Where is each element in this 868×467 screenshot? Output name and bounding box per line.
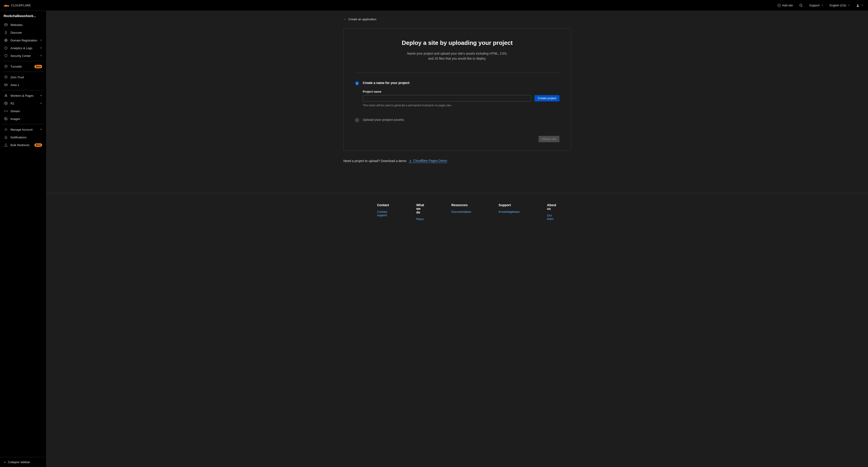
language-label: English (US) — [830, 4, 846, 7]
chevron-down-icon: ▼ — [40, 47, 42, 49]
account-name[interactable]: Rockchalkwushock... — [0, 11, 46, 21]
logo[interactable]: CLOUDFLARE — [3, 3, 31, 8]
footer-title: Resources — [451, 203, 471, 207]
footer-link-contact-support[interactable]: Contact support — [377, 210, 387, 217]
sidebar-item-discover[interactable]: Discover — [2, 29, 44, 36]
sidebar: Rockchalkwushock... Websites Discover Do… — [0, 11, 46, 467]
card-subtitle: Name your project and upload your site's… — [405, 51, 509, 61]
sidebar-item-security-center[interactable]: Security Center ▼ — [2, 52, 44, 60]
svg-point-2 — [857, 4, 859, 5]
search-button[interactable] — [797, 2, 805, 9]
sidebar-item-domain-registration[interactable]: Domain Registration ▼ — [2, 36, 44, 44]
footer-link-our-team[interactable]: Our team — [547, 214, 554, 221]
footer-link-knowledgebase[interactable]: Knowledgebase — [499, 210, 520, 213]
nav-label: Area 1 — [10, 83, 42, 87]
add-site-button[interactable]: + Add site — [775, 2, 795, 8]
plus-icon: + — [778, 4, 781, 7]
nav-label: Analytics & Logs — [10, 46, 37, 50]
step-2-header: 2 Upload your project assets: — [355, 118, 559, 122]
nav-label: R2 — [10, 102, 37, 105]
turnstile-icon — [4, 65, 8, 68]
demo-text: Need a project to upload? Download a dem… — [343, 159, 406, 163]
images-icon — [4, 117, 8, 121]
footer-link-plans[interactable]: Plans — [416, 218, 424, 221]
demo-download-link[interactable]: Cloudflare Pages Demo — [409, 159, 447, 163]
deploy-site-button[interactable]: Deploy site — [538, 136, 559, 142]
nav-label: Zero Trust — [10, 75, 42, 79]
step-1-body: Project name Create project This name wi… — [363, 90, 559, 107]
step-1-header: 1 Create a name for your project: — [355, 81, 559, 85]
nav-label: Turnstile — [10, 65, 32, 68]
footer-title: What we do — [416, 203, 424, 214]
sidebar-item-area-1[interactable]: Area 1 — [2, 81, 44, 89]
bell-icon — [4, 135, 8, 139]
sidebar-item-analytics-logs[interactable]: Analytics & Logs ▼ — [2, 44, 44, 52]
nav-label: Discover — [10, 31, 42, 34]
nav: Websites Discover Domain Registration ▼ … — [0, 21, 46, 457]
step-badge-2: 2 — [355, 118, 359, 122]
stream-icon — [4, 109, 8, 113]
page-footer: Contact Contact support What we do Plans… — [46, 193, 868, 231]
sidebar-item-r2[interactable]: R2 ▼ — [2, 99, 44, 107]
workers-icon — [4, 94, 8, 97]
storage-icon — [4, 101, 8, 105]
back-label: Create an application — [348, 18, 376, 21]
caret-down-icon: ▼ — [848, 4, 850, 6]
svg-point-0 — [800, 4, 802, 6]
download-icon — [409, 159, 412, 162]
svg-point-12 — [5, 102, 7, 103]
support-label: Support — [809, 4, 820, 7]
step-badge-1: 1 — [355, 81, 359, 85]
footer-title: About us — [547, 203, 556, 210]
logo-text: CLOUDFLARE — [11, 4, 31, 7]
collapse-icon: « — [4, 461, 6, 464]
chevron-down-icon: ▼ — [40, 39, 42, 41]
footer-col-resources: Resources Documentation — [451, 203, 471, 221]
nav-divider — [2, 72, 44, 72]
nav-label: Notifications — [10, 136, 42, 139]
sidebar-item-turnstile[interactable]: Turnstile Beta — [2, 63, 44, 70]
back-link[interactable]: ← Create an application — [343, 17, 376, 21]
project-name-input[interactable] — [363, 95, 531, 101]
chevron-down-icon: ▼ — [40, 102, 42, 104]
card-title: Deploy a site by uploading your project — [355, 39, 559, 46]
sidebar-item-stream[interactable]: Stream — [2, 107, 44, 115]
footer-link-documentation[interactable]: Documentation — [451, 210, 471, 213]
cloudflare-logo-icon — [3, 3, 10, 8]
footer-col-what-we-do: What we do Plans — [416, 203, 424, 221]
window-icon — [4, 23, 8, 27]
nav-divider — [2, 61, 44, 61]
chevron-down-icon: ▼ — [40, 95, 42, 97]
language-dropdown[interactable]: English (US) ▼ — [827, 2, 852, 8]
collapse-sidebar-button[interactable]: « Collapse sidebar — [0, 457, 46, 467]
create-project-button[interactable]: Create project — [534, 95, 559, 101]
step-1-title: Create a name for your project: — [363, 81, 410, 85]
nav-label: Workers & Pages — [10, 94, 37, 97]
footer-col-support: Support Knowledgebase — [499, 203, 520, 221]
sidebar-item-workers-pages[interactable]: Workers & Pages ▼ — [2, 92, 44, 99]
sidebar-item-images[interactable]: Images — [2, 115, 44, 123]
nav-divider — [2, 124, 44, 124]
sidebar-item-notifications[interactable]: Notifications — [2, 133, 44, 141]
nav-label: Manage Account — [10, 128, 37, 131]
analytics-icon — [4, 46, 8, 50]
sidebar-item-bulk-redirects[interactable]: Bulk Redirects Beta — [2, 141, 44, 149]
header: CLOUDFLARE + Add site Support ▼ English … — [0, 0, 868, 11]
nav-label: Images — [10, 117, 42, 121]
chevron-down-icon: ▼ — [40, 128, 42, 131]
card-footer: Deploy site — [355, 136, 559, 142]
nav-label: Security Center — [10, 54, 37, 58]
chevron-down-icon: ▼ — [40, 55, 42, 57]
redirect-icon — [4, 143, 8, 147]
sidebar-item-manage-account[interactable]: Manage Account ▼ — [2, 126, 44, 133]
nav-label: Websites — [10, 23, 42, 27]
sidebar-item-zero-trust[interactable]: Zero Trust — [2, 73, 44, 81]
svg-point-15 — [5, 129, 6, 130]
user-menu[interactable]: ▼ — [854, 2, 865, 8]
support-dropdown[interactable]: Support ▼ — [807, 2, 826, 8]
zero-trust-icon — [4, 75, 8, 79]
nav-label: Bulk Redirects — [10, 143, 32, 147]
nav-label: Stream — [10, 109, 42, 113]
sidebar-item-websites[interactable]: Websites — [2, 21, 44, 29]
add-site-label: Add site — [782, 4, 793, 7]
